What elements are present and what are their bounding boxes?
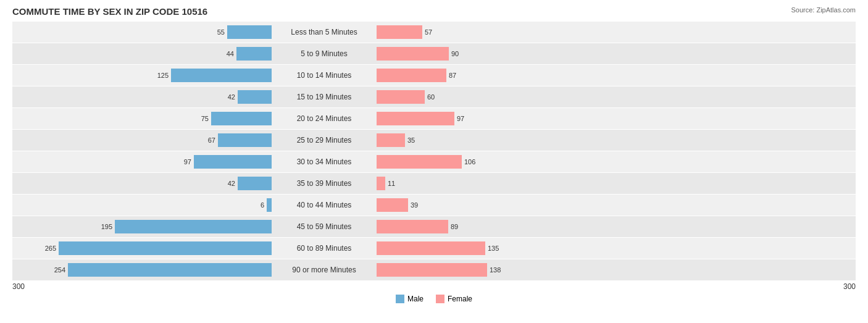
male-bar [211, 112, 272, 125]
female-bar [377, 47, 449, 61]
row-label: 5 to 9 Minutes [272, 49, 377, 58]
table-row: 4215 to 19 Minutes60 [12, 86, 856, 107]
female-bar [377, 90, 425, 104]
female-value: 135 [488, 245, 499, 252]
female-value: 106 [464, 158, 475, 166]
female-value: 89 [451, 223, 458, 230]
male-swatch [396, 295, 404, 303]
female-bar [377, 155, 462, 169]
female-value: 60 [427, 93, 435, 101]
male-value: 55 [217, 28, 225, 36]
female-value: 35 [407, 136, 415, 144]
female-value: 87 [449, 72, 456, 79]
female-swatch [436, 295, 444, 303]
table-row: 445 to 9 Minutes90 [12, 43, 856, 64]
male-value: 254 [54, 266, 65, 274]
female-bar [377, 241, 485, 255]
male-bar [59, 241, 272, 255]
female-value: 97 [457, 115, 464, 122]
female-bar [377, 177, 385, 190]
chart-body: 55Less than 5 Minutes57445 to 9 Minutes9… [12, 22, 856, 281]
axis-right-label: 300 [843, 282, 856, 291]
table-row: 6725 to 29 Minutes35 [12, 130, 856, 151]
female-value: 39 [411, 201, 418, 209]
table-row: 26560 to 89 Minutes135 [12, 238, 856, 259]
male-value: 125 [157, 72, 169, 79]
row-label: 10 to 14 Minutes [272, 71, 377, 80]
female-bar [377, 133, 405, 147]
table-row: 55Less than 5 Minutes57 [12, 22, 856, 43]
male-bar [218, 133, 272, 147]
female-bar [377, 263, 487, 277]
row-label: 20 to 24 Minutes [272, 114, 377, 123]
table-row: 19545 to 59 Minutes89 [12, 216, 856, 237]
male-value: 67 [208, 136, 215, 144]
female-value: 11 [388, 180, 395, 187]
male-bar [194, 155, 272, 169]
table-row: 4235 to 39 Minutes11 [12, 173, 856, 194]
male-value: 6 [261, 201, 264, 209]
male-value: 265 [45, 245, 56, 252]
female-bar [377, 220, 448, 233]
row-label: Less than 5 Minutes [272, 28, 377, 36]
female-bar [377, 25, 422, 39]
legend-female-label: Female [448, 295, 472, 303]
row-label: 25 to 29 Minutes [272, 136, 377, 145]
row-label: 60 to 89 Minutes [272, 244, 377, 253]
male-value: 44 [227, 50, 234, 57]
legend-female: Female [436, 295, 472, 303]
legend-male: Male [396, 295, 424, 303]
axis-left-label: 300 [12, 282, 25, 291]
male-bar [267, 198, 272, 212]
row-label: 40 to 44 Minutes [272, 201, 377, 209]
male-value: 97 [184, 158, 191, 166]
axis-labels: 300 300 [12, 282, 856, 291]
male-bar [238, 90, 272, 104]
chart-title: COMMUTE TIME BY SEX IN ZIP CODE 10516 [12, 6, 856, 17]
female-value: 90 [451, 50, 459, 57]
male-value: 42 [228, 180, 235, 187]
row-label: 45 to 59 Minutes [272, 222, 377, 231]
male-bar [115, 220, 272, 233]
male-value: 42 [228, 93, 235, 101]
male-bar [171, 69, 272, 82]
source-text: Source: ZipAtlas.com [791, 6, 856, 14]
table-row: 12510 to 14 Minutes87 [12, 65, 856, 86]
row-label: 30 to 34 Minutes [272, 157, 377, 166]
female-value: 138 [490, 266, 501, 274]
male-bar [238, 177, 272, 190]
female-bar [377, 69, 446, 82]
male-value: 195 [101, 223, 112, 230]
row-label: 90 or more Minutes [272, 266, 377, 274]
table-row: 640 to 44 Minutes39 [12, 195, 856, 216]
table-row: 25490 or more Minutes138 [12, 259, 856, 280]
male-bar [68, 263, 272, 277]
female-bar [377, 198, 408, 212]
legend: Male Female [12, 295, 856, 303]
legend-male-label: Male [407, 295, 424, 303]
female-bar [377, 112, 454, 125]
table-row: 9730 to 34 Minutes106 [12, 151, 856, 172]
row-label: 35 to 39 Minutes [272, 179, 377, 188]
male-value: 75 [201, 115, 209, 122]
male-bar [236, 47, 272, 61]
row-label: 15 to 19 Minutes [272, 93, 377, 101]
male-bar [227, 25, 272, 39]
chart-container: COMMUTE TIME BY SEX IN ZIP CODE 10516 So… [0, 0, 868, 323]
female-value: 57 [425, 28, 432, 36]
table-row: 7520 to 24 Minutes97 [12, 108, 856, 129]
